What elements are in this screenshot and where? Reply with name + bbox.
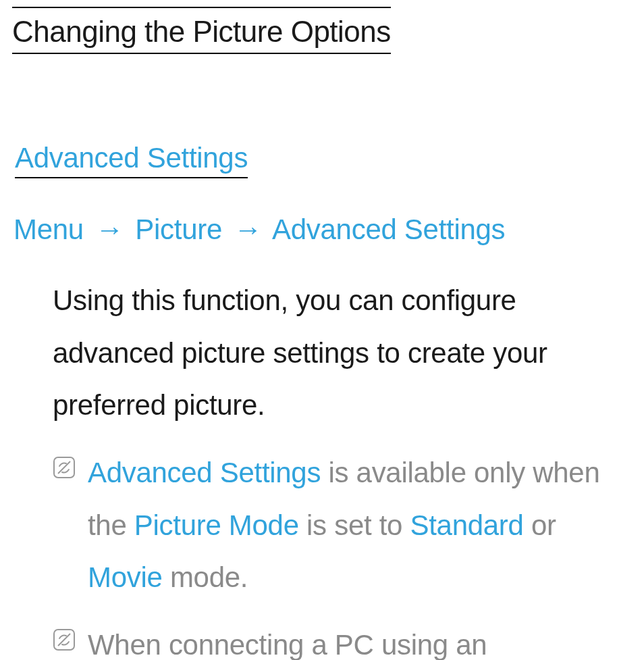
note-text: Advanced Settings is available only when… [88,447,625,604]
breadcrumb-item: Menu [14,213,84,245]
highlight-term: Picture Mode [134,509,299,541]
arrow-right-icon: → [230,213,266,246]
manual-page: Changing the Picture Options Advanced Se… [0,0,644,660]
arrow-right-icon: → [91,213,128,246]
note-icon [53,628,76,651]
note-segment: mode. [163,561,248,593]
breadcrumb-item: Advanced Settings [272,213,505,245]
note-segment: is set to [299,509,410,541]
note-item: Advanced Settings is available only when… [53,447,625,604]
highlight-term: Movie [88,561,163,593]
highlight-term: Advanced Settings [88,457,321,488]
highlight-term: Standard [410,509,523,541]
note-segment: or [524,509,556,541]
body-paragraph: Using this function, you can configure a… [53,274,625,432]
note-segment: When connecting a PC using an [88,629,487,660]
note-text: When connecting a PC using an [88,619,487,660]
note-icon [53,456,76,479]
page-title: Changing the Picture Options [12,7,391,54]
breadcrumb: Menu → Picture → Advanced Settings [14,213,632,246]
breadcrumb-item: Picture [135,213,222,245]
section-heading: Advanced Settings [15,142,248,178]
note-item: When connecting a PC using an [53,619,625,660]
